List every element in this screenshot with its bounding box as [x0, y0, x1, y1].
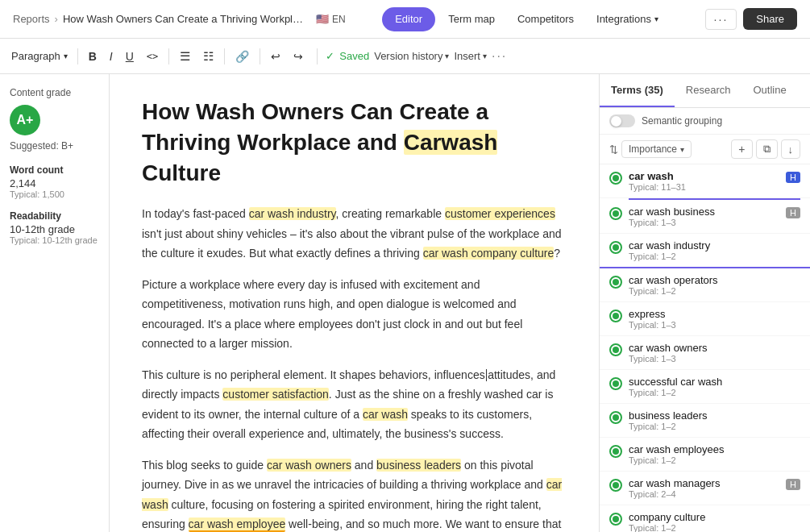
term-car-wash-employee: car wash employee — [189, 517, 286, 532]
insert-button[interactable]: Insert ▾ — [454, 50, 487, 62]
term-typical: Typical: 1–3 — [629, 354, 800, 364]
term-typical: Typical: 1–2 — [629, 523, 800, 532]
term-customer-satisfaction: customer satisfaction — [222, 388, 329, 401]
breadcrumb-reports[interactable]: Reports — [13, 13, 50, 25]
term-car-wash-owners: car wash owners — [267, 459, 351, 472]
term-check — [609, 377, 622, 390]
content-grade-label: Content grade — [10, 87, 99, 98]
term-typical: Typical: 2–4 — [629, 489, 779, 499]
top-nav: Reports › How Wash Owners Can Create a T… — [0, 0, 810, 39]
paragraph-selector[interactable]: Paragraph ▾ — [6, 47, 73, 65]
term-check — [609, 479, 622, 492]
tab-research[interactable]: Research — [675, 74, 742, 107]
main-layout: Content grade A+ Suggested: B+ Word coun… — [0, 74, 810, 532]
code-button[interactable]: <> — [141, 48, 164, 65]
tab-competitors[interactable]: Competitors — [508, 0, 584, 39]
term-item-company-culture: company culture Typical: 1–2 — [600, 505, 810, 532]
terms-list: car wash Typical: 11–31 H car wash busin… — [600, 164, 810, 532]
term-item-car-wash-employees: car wash employees Typical: 1–2 — [600, 438, 810, 472]
chevron-down-icon: ▾ — [483, 52, 487, 60]
title-highlight: Carwash — [404, 130, 498, 155]
readability-value: 10-12th grade — [10, 223, 99, 235]
chevron-down-icon: ▾ — [654, 15, 658, 23]
editor-area[interactable]: How Wash Owners Can Create a Thriving Wo… — [110, 74, 599, 532]
term-typical: Typical: 1–2 — [629, 286, 800, 296]
chevron-down-icon: ▾ — [680, 145, 684, 154]
term-check — [609, 411, 622, 424]
term-check-car-wash — [609, 172, 622, 185]
tab-editor[interactable]: Editor — [382, 7, 435, 31]
toolbar-separator-4 — [260, 48, 260, 64]
term-name: company culture — [629, 511, 800, 523]
share-button[interactable]: Share — [743, 8, 797, 30]
breadcrumb: Reports › How Wash Owners Can Create a T… — [13, 13, 346, 25]
word-count-section: Word count 2,144 Typical: 1,500 — [10, 164, 99, 199]
bullet-list-button[interactable]: ☰ — [174, 46, 196, 67]
term-item-car-wash-owners: car wash owners Typical: 1–3 — [600, 336, 810, 370]
sort-button[interactable]: Importance ▾ — [621, 140, 692, 158]
chevron-down-icon: ▾ — [445, 52, 449, 60]
term-check — [609, 276, 622, 289]
term-typical: Typical: 1–3 — [629, 320, 800, 330]
term-typical: Typical: 11–31 — [629, 182, 779, 192]
bold-button[interactable]: B — [83, 47, 102, 66]
paragraph-3: This culture is no peripheral element. I… — [142, 365, 567, 444]
text-cursor — [486, 369, 488, 381]
breadcrumb-doc: How Wash Owners Can Create a Thriving Wo… — [63, 13, 305, 25]
semantic-toggle-switch[interactable] — [609, 114, 635, 127]
redo-button[interactable]: ↪ — [288, 47, 309, 66]
term-name: car wash employees — [629, 443, 800, 455]
toolbar-separator — [77, 48, 78, 64]
term-check — [609, 310, 622, 322]
italic-button[interactable]: I — [104, 47, 118, 66]
ordered-list-button[interactable]: ☷ — [197, 46, 219, 67]
undo-button[interactable]: ↩ — [265, 47, 286, 66]
paragraph-4: This blog seeks to guide car wash owners… — [142, 455, 567, 532]
tab-integrations[interactable]: Integrations ▾ — [587, 0, 668, 39]
saved-label: Saved — [339, 50, 369, 62]
term-name: car wash business — [629, 206, 779, 218]
word-count-label: Word count — [10, 164, 99, 176]
download-terms-button[interactable]: ↓ — [781, 139, 801, 159]
tab-outline[interactable]: Outline — [741, 74, 797, 107]
term-badge-blue: H — [786, 172, 800, 183]
right-panel: Terms (35) Research Outline Semantic gro… — [599, 74, 810, 532]
save-status: ✓ Saved Version history ▾ Insert ▾ ··· — [326, 49, 507, 64]
grade-badge: A+ — [10, 105, 40, 135]
semantic-grouping-row: Semantic grouping — [600, 108, 810, 135]
toggle-thumb — [611, 116, 621, 127]
more-button[interactable]: ··· — [705, 9, 737, 30]
terms-sort-row: ⇅ Importance ▾ + ⧉ ↓ — [600, 135, 810, 164]
term-check — [609, 207, 622, 220]
term-item-car-wash: car wash Typical: 11–31 H — [600, 164, 810, 198]
term-item-car-wash-business: car wash business Typical: 1–3 H — [600, 200, 810, 234]
version-history-button[interactable]: Version history ▾ — [374, 50, 449, 62]
tab-termmap[interactable]: Term map — [438, 0, 505, 39]
link-button[interactable]: 🔗 — [230, 47, 255, 66]
term-business-leaders: business leaders — [376, 459, 461, 472]
add-term-button[interactable]: + — [731, 139, 752, 159]
term-badge-gray: H — [786, 207, 800, 218]
term-car-wash-industry: car wash industry — [249, 207, 336, 220]
chevron-down-icon: ▾ — [64, 52, 68, 60]
toolbar-separator-3 — [224, 48, 225, 64]
term-car-wash-3: car wash — [363, 408, 408, 421]
term-name: car wash industry — [629, 239, 800, 251]
term-typical: Typical: 1–3 — [629, 218, 779, 227]
tab-terms[interactable]: Terms (35) — [600, 74, 675, 107]
term-name: business leaders — [629, 409, 800, 422]
term-item-business-leaders: business leaders Typical: 1–2 — [600, 404, 810, 438]
term-name: car wash operators — [629, 274, 800, 286]
copy-terms-button[interactable]: ⧉ — [756, 139, 778, 159]
nav-actions: ··· Share — [705, 8, 797, 30]
paragraph-2: Picture a workplace where every day is i… — [142, 275, 567, 354]
flag-icon: 🇺🇸 — [316, 13, 329, 25]
term-item-car-wash-managers: car wash managers Typical: 2–4 H — [600, 472, 810, 505]
right-panel-tabs: Terms (35) Research Outline — [600, 74, 810, 108]
paragraph-1: In today's fast-paced car wash industry,… — [142, 204, 567, 264]
toolbar-more-button[interactable]: ··· — [492, 49, 507, 64]
term-name: car wash managers — [629, 477, 779, 489]
term-typical: Typical: 1–2 — [629, 251, 800, 261]
terms-action-buttons: + ⧉ ↓ — [731, 139, 800, 159]
underline-button[interactable]: U — [120, 47, 139, 66]
